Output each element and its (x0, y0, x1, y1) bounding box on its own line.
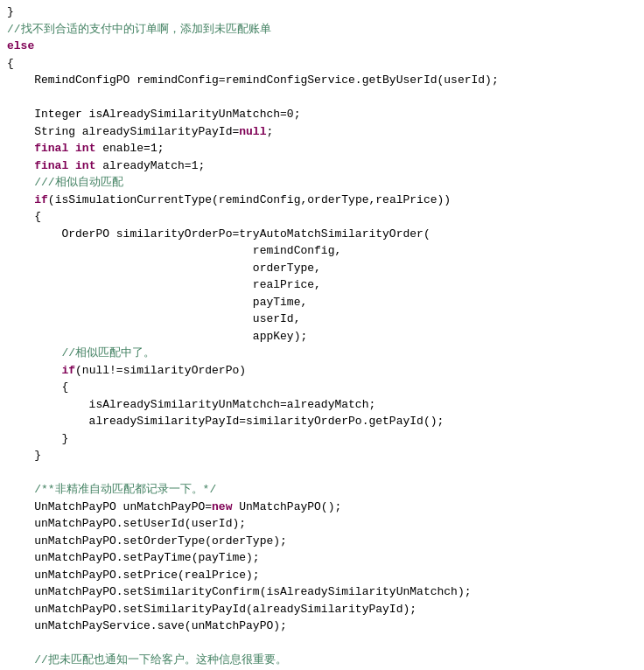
code-line-33: unMatchPayPO.setPayTime(payTime); (0, 549, 644, 567)
code-line-27: } (0, 447, 644, 464)
code-line-26: } (0, 430, 644, 448)
code-line-13: { (0, 208, 644, 226)
code-line-30: UnMatchPayPO unMatchPayPO=new UnMatchPay… (0, 499, 644, 516)
code-line-29: /**非精准自动匹配都记录一下。*/ (0, 481, 644, 499)
code-line-11: ///相似自动匹配 (0, 174, 644, 192)
code-line-37: unMatchPayService.save(unMatchPayPO); (0, 618, 644, 635)
code-line-15: remindConfig, (0, 242, 644, 260)
code-line-28 (0, 464, 644, 482)
code-line-4: { (0, 55, 644, 73)
code-line-35: unMatchPayPO.setSimilarityConfirm(isAlre… (0, 583, 644, 601)
code-line-32: unMatchPayPO.setOrderType(orderType); (0, 533, 644, 550)
code-line-8: String alreadySimilarityPayId=null; (0, 123, 644, 141)
code-line-24: isAlreadySimilarityUnMatchch=alreadyMatc… (0, 396, 644, 414)
code-line-36: unMatchPayPO.setSimilarityPayId(alreadyS… (0, 601, 644, 618)
code-line-6 (0, 89, 644, 107)
code-line-20: appKey); (0, 328, 644, 345)
code-line-5: RemindConfigPO remindConfig=remindConfig… (0, 72, 644, 89)
code-line-14: OrderPO similarityOrderPo=tryAutoMatchSi… (0, 226, 644, 243)
code-line-17: realPrice, (0, 276, 644, 294)
code-line-21: //相似匹配中了。 (0, 345, 644, 362)
code-line-22: if(null!=similarityOrderPo) (0, 362, 644, 380)
code-editor: } //找不到合适的支付中的订单啊，添加到未匹配账单 else { Remind… (0, 0, 644, 670)
code-line-38 (0, 635, 644, 653)
code-line-23: { (0, 379, 644, 396)
code-line-10: final int alreadyMatch=1; (0, 157, 644, 175)
code-line-18: payTime, (0, 294, 644, 311)
code-line-19: userId, (0, 311, 644, 328)
code-line-1: } (0, 3, 644, 21)
code-line-25: alreadySimilarityPayId=similarityOrderPo… (0, 413, 644, 430)
code-line-39: //把未匹配也通知一下给客户。这种信息很重要。 (0, 652, 644, 669)
code-line-7: Integer isAlreadySimilarityUnMatchch=0; (0, 106, 644, 123)
code-line-9: final int enable=1; (0, 140, 644, 157)
code-line-31: unMatchPayPO.setUserId(userId); (0, 515, 644, 533)
code-line-12: if(isSimulationCurrentType(remindConfig,… (0, 192, 644, 209)
code-line-3: else (0, 38, 644, 55)
code-line-34: unMatchPayPO.setPrice(realPrice); (0, 567, 644, 584)
code-line-16: orderType, (0, 260, 644, 277)
code-line-2: //找不到合适的支付中的订单啊，添加到未匹配账单 (0, 21, 644, 38)
